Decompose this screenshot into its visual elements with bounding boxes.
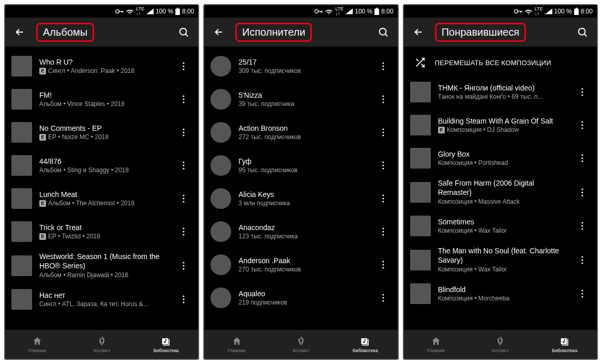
phone-screen-0: LTE↓↑ 100 % 8:00 Альбомы Who R U? EСингл… <box>4 4 199 360</box>
content-list[interactable]: Who R U? EСингл • Anderson .Paak • 2018 … <box>5 47 198 330</box>
svg-point-24 <box>183 234 185 235</box>
item-subtitle: Сингл • ATL, Зараза, Ка тет, Horus &… <box>39 300 168 308</box>
item-subtitle: 270 тыс. подписчиков <box>238 266 367 273</box>
more-options-button[interactable] <box>375 122 392 143</box>
svg-point-60 <box>382 267 384 268</box>
more-options-button[interactable] <box>574 216 591 236</box>
more-options-button[interactable] <box>375 89 392 110</box>
list-item[interactable]: Action Bronson 272 тыс. подписчиков <box>204 116 397 149</box>
list-item[interactable]: No Comments - EP EEP • Noize MC • 2018 <box>5 116 198 149</box>
nav-hotlist[interactable]: Хотлист <box>269 330 333 359</box>
back-button[interactable] <box>208 22 229 42</box>
item-subtitle: Альбом • Ramin Djawadi • 2016 <box>39 271 168 279</box>
svg-point-82 <box>581 188 583 190</box>
svg-rect-94 <box>561 338 567 344</box>
list-item[interactable]: Blindfold Композиция • Morcheeba <box>404 277 597 310</box>
list-item[interactable]: Нас нет Сингл • ATL, Зараза, Ка тет, Hor… <box>5 283 198 316</box>
more-options-button[interactable] <box>175 155 192 176</box>
svg-rect-5 <box>177 8 179 9</box>
more-options-button[interactable] <box>574 148 591 169</box>
list-item[interactable]: Trick or Treat EEP • Twiztid • 2018 <box>5 215 198 248</box>
back-button[interactable] <box>9 22 30 42</box>
svg-point-62 <box>382 297 384 298</box>
more-options-button[interactable] <box>175 289 192 310</box>
more-options-button[interactable] <box>574 283 591 304</box>
list-item[interactable]: Building Steam With A Grain Of Salt EКом… <box>404 109 597 142</box>
item-subtitle: EEP • Twiztid • 2018 <box>39 233 168 240</box>
search-button[interactable] <box>373 22 394 42</box>
list-item[interactable]: Alicia Keys 3 млн подписчика <box>204 182 397 215</box>
library-icon <box>559 336 570 347</box>
svg-point-40 <box>382 62 384 64</box>
wifi-icon <box>325 8 333 14</box>
more-options-button[interactable] <box>175 255 192 276</box>
more-options-button[interactable] <box>175 89 192 110</box>
app-bar: Понравившиеся <box>404 18 597 47</box>
item-title: Safe From Harm (2006 Digital Remaster) <box>438 179 567 197</box>
more-options-button[interactable] <box>574 250 591 270</box>
more-options-button[interactable] <box>375 221 392 242</box>
nav-library[interactable]: Библиотека <box>533 330 597 359</box>
page-title-highlight: Альбомы <box>36 23 94 42</box>
item-title: No Comments - EP <box>39 124 168 132</box>
nav-hotlist[interactable]: Хотлист <box>69 330 133 359</box>
explicit-badge: E <box>39 68 46 74</box>
list-item[interactable]: Anderson .Paak 270 тыс. подписчиков <box>204 248 397 281</box>
nav-home[interactable]: Главная <box>204 330 268 359</box>
more-options-button[interactable] <box>175 122 192 143</box>
svg-point-39 <box>379 28 386 35</box>
list-item[interactable]: Safe From Harm (2006 Digital Remaster) К… <box>404 175 597 209</box>
list-item[interactable]: Who R U? EСингл • Anderson .Paak • 2018 <box>5 50 198 83</box>
explicit-badge: E <box>39 134 46 141</box>
shuffle-all-button[interactable]: ПЕРЕМЕШАТЬ ВСЕ КОМПОЗИЦИИ <box>404 50 597 75</box>
more-options-button[interactable] <box>574 182 591 203</box>
more-options-button[interactable] <box>375 287 392 308</box>
more-options-button[interactable] <box>574 115 591 135</box>
nav-library[interactable]: Библиотека <box>134 330 198 359</box>
list-item[interactable]: Гуф 95 тыс. подписчиков <box>204 149 397 182</box>
list-item[interactable]: FM! Альбом • Vince Staples • 2018 <box>5 83 198 116</box>
nav-home[interactable]: Главная <box>404 330 468 359</box>
more-options-button[interactable] <box>175 221 192 242</box>
page-title-highlight: Понравившиеся <box>435 23 526 42</box>
more-options-button[interactable] <box>375 254 392 275</box>
more-options-button[interactable] <box>375 155 392 176</box>
more-options-button[interactable] <box>574 82 591 102</box>
list-item[interactable]: ТНМК - Янголи (official video) Танок на … <box>404 75 597 109</box>
list-item[interactable]: Westworld: Season 1 (Music from the HBO®… <box>5 248 198 283</box>
item-info: The Man with No Soul (feat. Charlotte Sa… <box>438 247 567 273</box>
svg-point-54 <box>382 201 384 202</box>
list-item[interactable]: 44/876 Альбом • Sting и Shaggy • 2018 <box>5 149 198 182</box>
battery-pct: 100 % <box>156 8 173 15</box>
list-item[interactable]: Lunch Meat EАльбом • The Alchemist • 201… <box>5 182 198 215</box>
search-button[interactable] <box>173 22 194 42</box>
list-item[interactable]: Sometimes Композиция • Wax Tailor <box>404 209 597 242</box>
signal-icon <box>146 8 154 14</box>
nav-library[interactable]: Библиотека <box>333 330 397 359</box>
svg-point-46 <box>382 128 384 130</box>
more-options-button[interactable] <box>175 188 192 209</box>
more-options-button[interactable] <box>375 56 392 77</box>
content-list[interactable]: 25/17 309 тыс. подписчиков 5'Nizza 39 ты… <box>204 47 397 330</box>
svg-point-11 <box>183 98 185 100</box>
content-list[interactable]: ПЕРЕМЕШАТЬ ВСЕ КОМПОЗИЦИИ ТНМК - Янголи … <box>404 47 597 330</box>
item-subtitle: EEP • Noize MC • 2018 <box>39 133 168 141</box>
back-button[interactable] <box>408 22 429 42</box>
list-item[interactable]: Glory Box Композиция • Portishead <box>404 142 597 175</box>
item-title: Blindfold <box>438 285 567 294</box>
list-item[interactable]: 25/17 309 тыс. подписчиков <box>204 50 397 83</box>
svg-point-77 <box>581 124 583 126</box>
svg-point-48 <box>382 134 384 136</box>
battery-icon <box>175 8 180 15</box>
list-item[interactable]: Anacondaz 123 тыс. подписчика <box>204 215 397 248</box>
nav-home[interactable]: Главная <box>5 330 69 359</box>
list-item[interactable]: 5'Nizza 39 тыс. подписчика <box>204 83 397 116</box>
battery-icon <box>574 8 579 15</box>
list-item[interactable]: Aqualeo 219 подписчиков <box>204 281 397 314</box>
nav-hotlist[interactable]: Хотлист <box>468 330 532 359</box>
lte-label: LTE↓↑ <box>136 7 144 16</box>
more-options-button[interactable] <box>175 56 192 77</box>
more-options-button[interactable] <box>375 188 392 209</box>
list-item[interactable]: The Man with No Soul (feat. Charlotte Sa… <box>404 242 597 277</box>
search-button[interactable] <box>572 22 593 42</box>
